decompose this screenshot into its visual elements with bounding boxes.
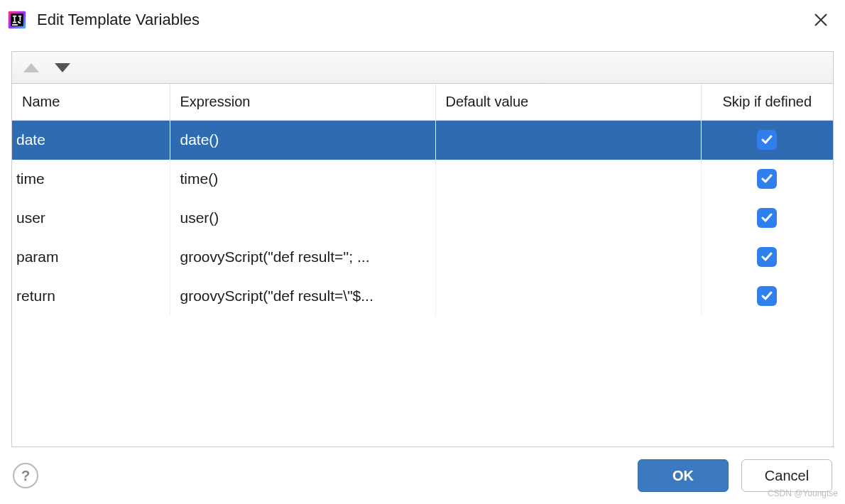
checkbox-checked-icon[interactable] [757,247,777,267]
cell-skip[interactable] [701,238,833,277]
col-skip-if-defined[interactable]: Skip if defined [701,84,833,121]
table-row[interactable]: paramgroovyScript("def result=''; ... [12,238,833,277]
cell-name[interactable]: user [12,199,170,238]
ok-button[interactable]: OK [638,459,729,492]
cell-name[interactable]: param [12,238,170,277]
intellij-icon [7,10,27,30]
cell-name[interactable]: time [12,160,170,199]
checkbox-checked-icon[interactable] [757,286,777,306]
toolbar [11,51,834,83]
cell-name[interactable]: date [12,121,170,160]
help-icon: ? [21,468,30,484]
cell-name[interactable]: return [12,277,170,316]
dialog-title: Edit Template Variables [37,11,811,29]
checkbox-checked-icon[interactable] [757,130,777,150]
svg-rect-2 [13,16,16,17]
move-up-icon[interactable] [23,63,39,72]
col-name[interactable]: Name [12,84,170,121]
variables-table: Name Expression Default value Skip if de… [12,84,833,316]
table-row[interactable]: datedate() [12,121,833,160]
svg-rect-6 [20,17,21,21]
svg-rect-4 [13,22,16,23]
cell-expression[interactable]: groovyScript("def result=''; ... [170,238,435,277]
cell-expression[interactable]: groovyScript("def result=\"$... [170,277,435,316]
cell-skip[interactable] [701,199,833,238]
help-button[interactable]: ? [13,463,38,488]
cell-skip[interactable] [701,160,833,199]
titlebar: Edit Template Variables [0,0,845,40]
cancel-button[interactable]: Cancel [741,459,832,492]
close-icon[interactable] [811,10,831,30]
cell-default-value[interactable] [435,199,701,238]
table-header-row: Name Expression Default value Skip if de… [12,84,833,121]
svg-rect-5 [18,16,21,17]
cell-expression[interactable]: user() [170,199,435,238]
col-expression[interactable]: Expression [170,84,435,121]
table-row[interactable]: useruser() [12,199,833,238]
table-row[interactable]: returngroovyScript("def result=\"$... [12,277,833,316]
cell-default-value[interactable] [435,238,701,277]
cell-expression[interactable]: time() [170,160,435,199]
cell-default-value[interactable] [435,121,701,160]
checkbox-checked-icon[interactable] [757,208,777,228]
dialog-content: Name Expression Default value Skip if de… [0,40,845,447]
svg-rect-3 [14,17,16,22]
cell-skip[interactable] [701,121,833,160]
table-row[interactable]: timetime() [12,160,833,199]
cell-expression[interactable]: date() [170,121,435,160]
checkbox-checked-icon[interactable] [757,169,777,189]
variables-table-wrap: Name Expression Default value Skip if de… [11,83,834,447]
move-down-icon[interactable] [55,63,70,72]
cell-default-value[interactable] [435,160,701,199]
svg-rect-7 [12,24,18,26]
cell-default-value[interactable] [435,277,701,316]
cell-skip[interactable] [701,277,833,316]
dialog-footer: ? OK Cancel [0,447,845,504]
col-default-value[interactable]: Default value [435,84,701,121]
